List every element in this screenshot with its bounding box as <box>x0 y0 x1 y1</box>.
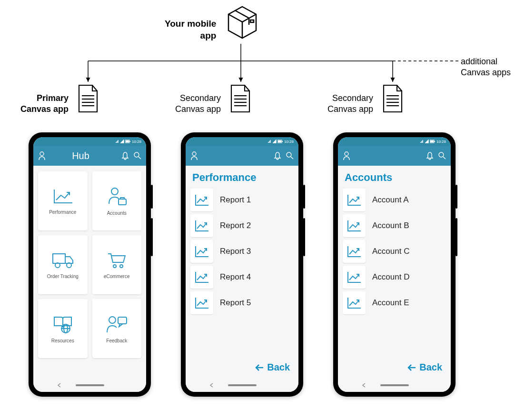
svg-point-27 <box>111 188 118 195</box>
tile-performance[interactable]: Performance <box>38 171 88 230</box>
svg-rect-40 <box>282 141 283 142</box>
list-item-label: Report 3 <box>220 247 251 256</box>
chart-icon <box>347 193 362 207</box>
profile-icon[interactable] <box>343 151 350 160</box>
battery-icon <box>125 140 131 143</box>
nav-back-icon[interactable] <box>362 383 367 388</box>
list-item[interactable]: Account B <box>343 214 446 237</box>
tile-label: Accounts <box>107 210 127 216</box>
nav-bar <box>33 379 146 392</box>
chart-icon <box>52 188 73 205</box>
nav-back-icon[interactable] <box>209 383 214 388</box>
list-item[interactable]: Report 3 <box>190 240 294 263</box>
list-item[interactable]: Report 4 <box>190 266 294 289</box>
list-item-label: Report 5 <box>220 298 251 308</box>
list-item[interactable]: Account E <box>343 291 446 314</box>
tile-ecommerce[interactable]: eCommerce <box>92 235 142 294</box>
tile-label: Order Tracking <box>47 274 79 279</box>
list-item[interactable]: Report 5 <box>190 291 294 314</box>
tile-feedback[interactable]: Feedback <box>92 299 142 358</box>
tile-resources[interactable]: Resources <box>38 299 88 358</box>
document-icon <box>75 83 100 114</box>
list-item-label: Account D <box>372 272 409 282</box>
chart-icon <box>347 270 362 284</box>
tile-accounts[interactable]: Accounts <box>92 171 142 230</box>
document-icon <box>380 83 405 114</box>
bell-icon[interactable] <box>426 151 434 160</box>
list-item[interactable]: Account D <box>343 266 446 289</box>
status-bar: 10:28 <box>338 137 451 146</box>
list-item-label: Account B <box>372 221 409 230</box>
list-item[interactable]: Account A <box>343 189 446 211</box>
battery-icon <box>277 140 283 143</box>
list-item[interactable]: Account C <box>343 240 446 263</box>
chart-icon <box>347 245 362 258</box>
bell-icon[interactable] <box>274 151 281 160</box>
list-item[interactable]: Report 1 <box>190 189 294 211</box>
nav-pill[interactable] <box>228 384 257 386</box>
list-item-label: Account C <box>372 247 409 256</box>
book-globe-icon <box>51 314 74 333</box>
nav-back-icon[interactable] <box>57 383 62 388</box>
chart-icon <box>194 296 209 310</box>
page-title: Accounts <box>343 171 446 184</box>
svg-line-51 <box>443 157 446 159</box>
svg-point-49 <box>345 152 348 156</box>
back-label: Back <box>267 362 290 373</box>
search-icon[interactable] <box>286 152 294 160</box>
tile-label: Resources <box>51 338 74 343</box>
back-label: Back <box>419 362 442 373</box>
battery-icon <box>430 140 436 143</box>
status-time: 10:28 <box>132 140 141 144</box>
top-label: Your mobileapp <box>165 18 216 41</box>
accounts-body: Accounts Account A Account B Account C A… <box>338 166 451 392</box>
person-chat-icon <box>106 314 128 333</box>
additional-apps-label: additionalCanvas apps <box>461 56 511 79</box>
svg-point-37 <box>109 317 116 323</box>
header-bar <box>338 146 451 166</box>
bell-icon[interactable] <box>121 151 129 160</box>
chart-icon <box>194 270 209 284</box>
performance-body: Performance Report 1 Report 2 Report 3 R… <box>186 166 298 392</box>
svg-rect-48 <box>430 140 434 142</box>
svg-point-43 <box>287 152 291 157</box>
secondary-canvas-label-2: SecondaryCanvas app <box>316 93 373 115</box>
svg-line-44 <box>291 157 293 159</box>
svg-point-25 <box>134 152 139 157</box>
search-icon[interactable] <box>134 152 141 160</box>
package-icon <box>227 4 258 41</box>
svg-point-33 <box>120 265 123 268</box>
svg-point-42 <box>192 152 196 156</box>
back-link[interactable]: Back <box>255 362 290 373</box>
status-time: 10:28 <box>436 140 446 144</box>
svg-rect-22 <box>129 141 130 142</box>
status-time: 10:28 <box>284 140 294 144</box>
phone-hub: 10:28 Hub Performance Accounts <box>29 132 151 397</box>
page-title: Performance <box>190 171 294 184</box>
list-item-label: Report 1 <box>220 195 251 205</box>
chart-icon <box>194 193 209 207</box>
back-link[interactable]: Back <box>407 362 442 373</box>
primary-canvas-label: PrimaryCanvas app <box>11 93 69 115</box>
svg-point-50 <box>439 152 444 157</box>
tile-order-tracking[interactable]: Order Tracking <box>38 235 88 294</box>
svg-rect-29 <box>53 254 65 263</box>
document-icon <box>228 83 252 114</box>
nav-bar <box>338 379 451 392</box>
nav-pill[interactable] <box>76 384 104 386</box>
truck-icon <box>51 251 75 269</box>
nav-pill[interactable] <box>380 384 409 386</box>
header-bar: Hub <box>33 146 146 166</box>
phone-performance: 10:28 Performance Report 1 Report 2 Repo… <box>181 132 303 397</box>
cart-icon <box>106 251 127 269</box>
search-icon[interactable] <box>438 152 446 160</box>
secondary-canvas-label-1: SecondaryCanvas app <box>164 93 221 115</box>
status-bar: 10:28 <box>186 137 298 146</box>
list-item[interactable]: Report 2 <box>190 214 294 237</box>
header-bar <box>186 146 298 166</box>
svg-rect-28 <box>119 199 126 205</box>
tile-label: eCommerce <box>104 274 129 279</box>
chart-icon <box>194 219 209 232</box>
svg-rect-41 <box>278 140 281 142</box>
profile-icon[interactable] <box>190 151 198 160</box>
